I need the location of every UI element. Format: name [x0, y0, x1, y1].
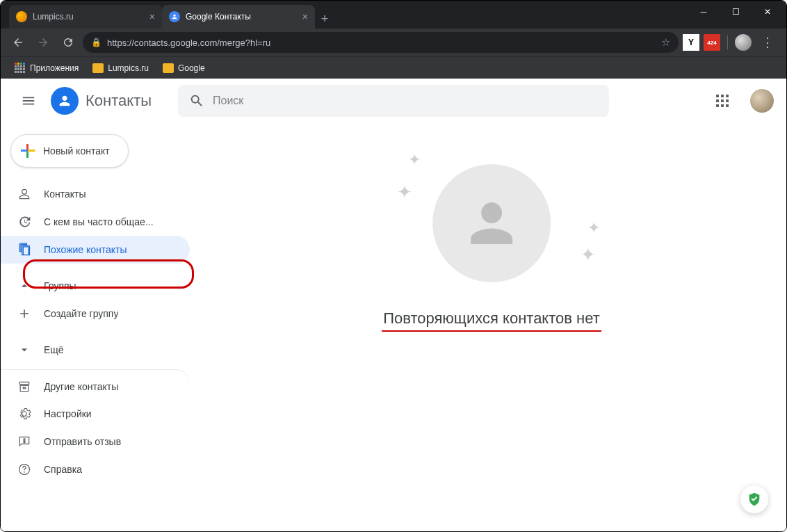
- bookmark-label: Приложения: [30, 63, 79, 73]
- shield-icon: [747, 492, 762, 507]
- chevron-down-icon: [17, 343, 31, 357]
- url-text: https://contacts.google.com/merge?hl=ru: [107, 38, 270, 48]
- search-icon: [189, 93, 204, 108]
- sidebar-item-duplicates[interactable]: Похожие контакты: [1, 236, 190, 264]
- main-content: ✦ ✦ ✦ ✦ Повторяющихся контактов нет: [197, 123, 786, 531]
- history-icon: [17, 215, 31, 229]
- separator: [727, 35, 728, 49]
- new-tab-button[interactable]: +: [315, 9, 334, 29]
- sidebar-item-label: Другие контакты: [44, 381, 118, 392]
- maximize-button[interactable]: ☐: [720, 1, 752, 23]
- account-avatar[interactable]: [750, 89, 774, 113]
- menu-button[interactable]: [13, 86, 44, 116]
- tab-title: Google Контакты: [186, 12, 251, 22]
- sidebar-item-help[interactable]: Справка: [1, 456, 190, 483]
- bookmark-google[interactable]: Google: [157, 61, 211, 76]
- plus-icon: [17, 307, 31, 321]
- app-header: Контакты: [1, 79, 786, 123]
- archive-icon: [17, 380, 31, 394]
- page-content: Контакты Новый контакт Контакты С: [1, 79, 786, 531]
- feedback-icon: [17, 435, 31, 449]
- sidebar-item-create-label[interactable]: Создайте группу: [1, 300, 190, 328]
- tab-strip: Lumpics.ru × Google Контакты × + ─ ☐ ✕: [1, 1, 786, 29]
- folder-icon: [92, 63, 104, 73]
- bookmark-apps[interactable]: Приложения: [9, 60, 84, 76]
- sparkle-icon: ✦: [587, 219, 600, 237]
- tab-google-contacts[interactable]: Google Контакты ×: [162, 5, 315, 29]
- profile-avatar-icon[interactable]: [735, 34, 752, 51]
- browser-chrome: Lumpics.ru × Google Контакты × + ─ ☐ ✕ 🔒…: [1, 1, 786, 79]
- sidebar-item-more[interactable]: Ещё: [1, 336, 190, 364]
- browser-menu-button[interactable]: ⋮: [756, 35, 779, 50]
- reload-button[interactable]: [58, 32, 79, 53]
- sidebar-nav: Контакты С кем вы часто общае... Похожие…: [1, 180, 197, 483]
- sidebar-item-feedback[interactable]: Отправить отзыв: [1, 428, 190, 456]
- sidebar-item-label: Контакты: [44, 188, 86, 200]
- tab-title: Lumpics.ru: [33, 12, 74, 22]
- tab-lumpics[interactable]: Lumpics.ru ×: [9, 5, 162, 29]
- empty-message: Повторяющихся контактов нет: [382, 309, 601, 332]
- empty-state: ✦ ✦ ✦ ✦ Повторяющихся контактов нет: [382, 154, 601, 332]
- bookmark-label: Google: [178, 63, 205, 73]
- close-window-button[interactable]: ✕: [752, 1, 784, 23]
- google-apps-button[interactable]: [707, 86, 738, 116]
- minimize-button[interactable]: ─: [688, 1, 720, 23]
- sidebar-item-label: Группы: [44, 280, 76, 291]
- gear-icon: [17, 407, 31, 421]
- apps-grid-icon: [716, 95, 729, 107]
- security-badge[interactable]: [740, 485, 768, 513]
- extension-gmail-icon[interactable]: 424: [704, 34, 720, 51]
- sidebar-item-frequent[interactable]: С кем вы часто общае...: [1, 208, 190, 236]
- sidebar-item-contacts[interactable]: Контакты: [1, 180, 190, 208]
- sidebar-item-label: Настройки: [44, 408, 92, 419]
- sparkle-icon: ✦: [581, 244, 596, 266]
- app-body: Новый контакт Контакты С кем вы часто об…: [1, 123, 786, 531]
- address-bar: 🔒 https://contacts.google.com/merge?hl=r…: [1, 29, 786, 56]
- sparkle-icon: ✦: [397, 182, 412, 203]
- help-icon: [17, 462, 31, 476]
- plus-icon: [21, 144, 35, 158]
- extension-yandex-icon[interactable]: Y: [683, 34, 699, 51]
- url-field[interactable]: 🔒 https://contacts.google.com/merge?hl=r…: [83, 32, 679, 53]
- close-icon[interactable]: ×: [149, 11, 155, 22]
- favicon-icon: [16, 11, 27, 22]
- bookmark-lumpics[interactable]: Lumpics.ru: [87, 61, 154, 76]
- person-icon: [17, 187, 31, 201]
- sidebar-item-label: Отправить отзыв: [44, 436, 121, 447]
- sidebar-item-label: Ещё: [44, 344, 64, 355]
- sidebar: Новый контакт Контакты С кем вы часто об…: [1, 123, 197, 531]
- sidebar-item-labels[interactable]: Группы: [1, 272, 190, 300]
- sparkle-icon: ✦: [408, 151, 421, 169]
- avatar-placeholder-icon: [432, 164, 551, 282]
- lock-icon: 🔒: [91, 38, 102, 47]
- close-icon[interactable]: ×: [302, 11, 308, 22]
- create-contact-label: Новый контакт: [43, 145, 110, 156]
- folder-icon: [163, 63, 174, 73]
- empty-illustration: ✦ ✦ ✦ ✦: [422, 154, 561, 293]
- duplicate-icon: [17, 243, 31, 257]
- sidebar-item-label: Создайте группу: [44, 308, 118, 319]
- chevron-up-icon: [17, 279, 31, 293]
- apps-grid-icon: [15, 63, 26, 74]
- sidebar-item-label: Похожие контакты: [44, 244, 127, 255]
- bookmark-star-icon[interactable]: ☆: [661, 36, 670, 49]
- sidebar-item-label: С кем вы часто общае...: [44, 216, 154, 227]
- favicon-icon: [169, 11, 180, 22]
- window-controls: ─ ☐ ✕: [688, 1, 784, 23]
- sidebar-item-settings[interactable]: Настройки: [1, 400, 190, 428]
- back-button[interactable]: [8, 32, 29, 53]
- app-title: Контакты: [86, 92, 152, 110]
- sidebar-item-other-contacts[interactable]: Другие контакты: [1, 369, 190, 400]
- forward-button[interactable]: [33, 32, 54, 53]
- sidebar-item-label: Справка: [44, 464, 82, 475]
- search-box[interactable]: [178, 85, 609, 117]
- contacts-logo-icon: [51, 87, 79, 115]
- search-input[interactable]: [213, 95, 598, 107]
- create-contact-button[interactable]: Новый контакт: [10, 134, 129, 168]
- bookmark-label: Lumpics.ru: [108, 63, 149, 73]
- bookmarks-bar: Приложения Lumpics.ru Google: [1, 56, 786, 79]
